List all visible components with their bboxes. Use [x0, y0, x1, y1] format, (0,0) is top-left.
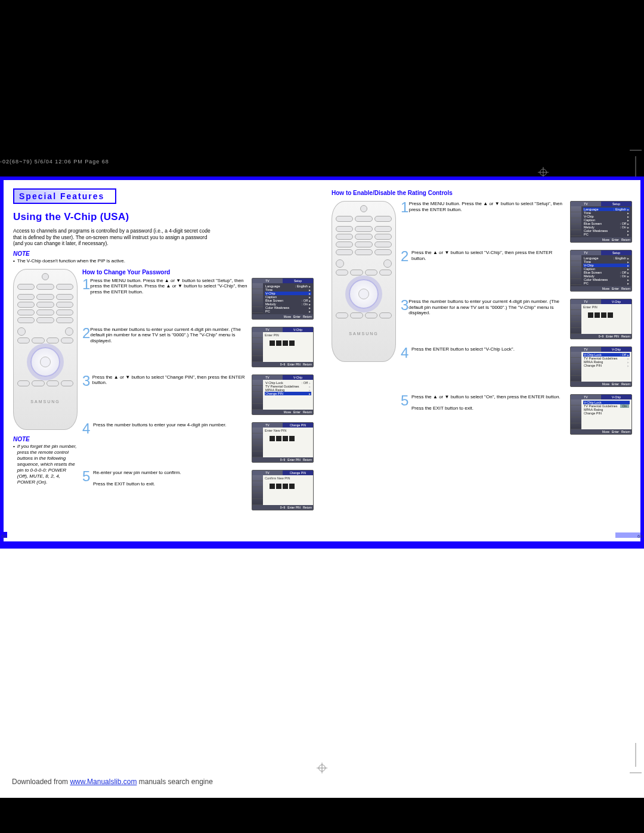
osd-vchip-on: TVV-Chip V-Chip Lock TV Parental Guideli…: [570, 394, 632, 435]
intro-text: Access to channels and programs is contr…: [13, 228, 216, 247]
step-1: 1 Press the MENU button. Press the ▲ or …: [82, 278, 312, 323]
note-text: The V-Chip doesn't function when the PIP…: [13, 258, 312, 264]
osd-setup-r2: TVSetup Language: English Time V-Chip Ca…: [570, 250, 632, 292]
dpad-icon: [349, 279, 379, 309]
osd-confirm-pin: TVChange PIN Confirm New PIN 0~9Enter PI…: [252, 470, 314, 510]
download-attribution: Downloaded from www.Manualslib.com manua…: [0, 775, 644, 798]
osd-enter-pin: TVV-Chip Enter PIN 0~9Enter PINReturn: [252, 327, 314, 367]
note-label-2: NOTE: [13, 436, 78, 442]
page-right: How to Enable/Disable the Rating Control…: [322, 180, 640, 541]
page-left: Special Features Using the V-Chip (USA) …: [4, 180, 322, 541]
page-number-right: 69: [637, 534, 643, 539]
subhead-change-pw: How to Change Your Password: [82, 269, 312, 275]
brand-label: SAMSUNG: [336, 332, 392, 336]
remote-illustration: SAMSUNG: [13, 269, 78, 430]
dpad-icon: [30, 347, 60, 377]
osd-vchip-menu: TVV-Chip V-Chip Lock: Off TV Parental Gu…: [252, 374, 314, 415]
print-meta: -02(68~79) 5/6/04 12:06 PM Page 68: [0, 155, 644, 168]
section-header: Special Features: [13, 188, 116, 204]
remote-illustration-2: SAMSUNG: [332, 201, 396, 362]
osd-enter-pin-r: TVV-Chip Enter PIN 0~9Enter PINReturn: [570, 299, 632, 339]
step-4: 4 Press the number buttons to enter your…: [82, 422, 312, 466]
note-reset-pin: If you forget the pin number, press the …: [13, 444, 78, 485]
step-2: 2 Press the number buttons to enter your…: [82, 327, 312, 371]
osd-setup: TVSetup Language: English Time V-Chip Ca…: [252, 278, 314, 320]
brand-label: SAMSUNG: [17, 400, 73, 404]
osd-vchip-lock: TVV-Chip V-Chip Lock: Off TV Parental Gu…: [570, 346, 632, 387]
crop-mark-icon: [317, 763, 327, 773]
page-number-left: 68: [1, 534, 7, 539]
r-step-2: 2 Press the ▲ or ▼ button to select "V-C…: [401, 250, 631, 295]
r-step-3: 3 Press the number buttons to enter your…: [401, 299, 631, 343]
osd-setup-r1: TVSetup Language: English Time V-Chip Ca…: [570, 201, 632, 243]
page-title: Using the V-Chip (USA): [13, 211, 312, 223]
trim-mark-icon: [630, 743, 642, 781]
r-step-4: 4 Press the ENTER button to select "V-Ch…: [401, 346, 631, 391]
step-3: 3 Press the ▲ or ▼ button to select "Cha…: [82, 374, 312, 419]
note-label: NOTE: [13, 250, 312, 257]
page-border: Special Features Using the V-Chip (USA) …: [0, 176, 644, 549]
subhead-rating-controls: How to Enable/Disable the Rating Control…: [332, 190, 631, 196]
manualslib-link[interactable]: www.Manualslib.com: [70, 778, 137, 786]
step-5: 5 Re-enter your new pin number to confir…: [82, 470, 312, 514]
r-step-5: 5 Press the ▲ or ▼ button to select "On"…: [401, 394, 631, 438]
osd-new-pin: TVChange PIN Enter New PIN 0~9Enter PINR…: [252, 422, 314, 463]
r-step-1: 1 Press the MENU button. Press the ▲ or …: [401, 201, 631, 246]
